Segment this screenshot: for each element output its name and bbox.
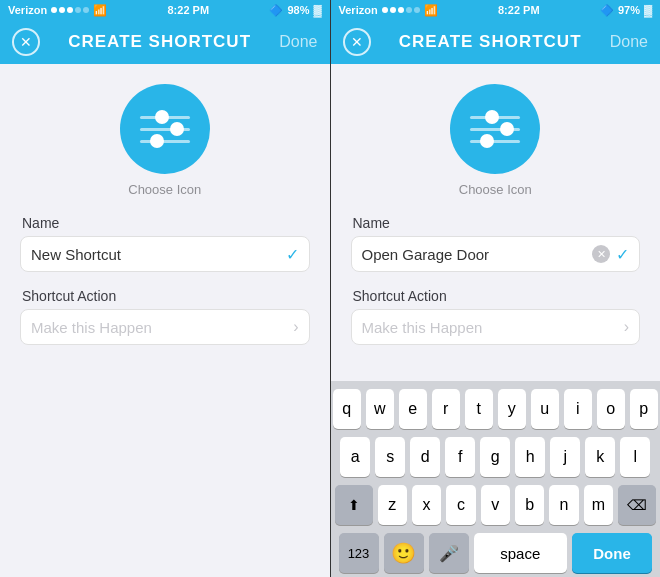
- key-j[interactable]: j: [550, 437, 580, 477]
- mic-key[interactable]: 🎤: [429, 533, 469, 573]
- kb-row-3: ⬆ z x c v b n m ⌫: [335, 485, 657, 525]
- numbers-key[interactable]: 123: [339, 533, 379, 573]
- slider-track: [470, 140, 520, 143]
- key-r[interactable]: r: [432, 389, 460, 429]
- battery-icon-2: ▓: [644, 4, 652, 16]
- wifi-icon-1: 📶: [93, 4, 107, 17]
- name-input-2[interactable]: [362, 246, 589, 263]
- name-input-row-1[interactable]: ✓: [20, 236, 310, 272]
- kb-row-2: a s d f g h j k l: [335, 437, 657, 477]
- keyboard-2: q w e r t y u i o p a s d f g h j k l ⬆ …: [331, 381, 661, 577]
- emoji-key[interactable]: 🙂: [384, 533, 424, 573]
- nav-title-1: CREATE SHORTCUT: [68, 32, 251, 52]
- action-row-1[interactable]: Make this Happen ›: [20, 309, 310, 345]
- action-label-1: Shortcut Action: [20, 288, 310, 304]
- slider-thumb: [485, 110, 499, 124]
- key-e[interactable]: e: [399, 389, 427, 429]
- close-button-1[interactable]: ✕: [12, 28, 40, 56]
- key-d[interactable]: d: [410, 437, 440, 477]
- key-l[interactable]: l: [620, 437, 650, 477]
- key-y[interactable]: y: [498, 389, 526, 429]
- key-f[interactable]: f: [445, 437, 475, 477]
- key-n[interactable]: n: [549, 485, 578, 525]
- wifi-icon-2: 📶: [424, 4, 438, 17]
- slider-thumb: [170, 122, 184, 136]
- key-t[interactable]: t: [465, 389, 493, 429]
- status-bar-left-2: Verizon 📶: [339, 4, 438, 17]
- key-h[interactable]: h: [515, 437, 545, 477]
- name-input-row-2[interactable]: ✕ ✓: [351, 236, 641, 272]
- slider-row: [140, 139, 190, 143]
- sliders-icon-1: [140, 115, 190, 143]
- nav-title-2: CREATE SHORTCUT: [399, 32, 582, 52]
- done-button-2[interactable]: Done: [610, 33, 648, 51]
- carrier-2: Verizon: [339, 4, 378, 16]
- icon-circle-1[interactable]: [120, 84, 210, 174]
- choose-icon-label-1[interactable]: Choose Icon: [128, 182, 201, 197]
- key-v[interactable]: v: [481, 485, 510, 525]
- backspace-key[interactable]: ⌫: [618, 485, 656, 525]
- chevron-right-icon-2: ›: [624, 318, 629, 336]
- key-g[interactable]: g: [480, 437, 510, 477]
- status-bar-right-2: 🔷 97% ▓: [600, 4, 652, 17]
- key-z[interactable]: z: [378, 485, 407, 525]
- key-o[interactable]: o: [597, 389, 625, 429]
- icon-circle-2[interactable]: [450, 84, 540, 174]
- key-a[interactable]: a: [340, 437, 370, 477]
- signal-dot: [390, 7, 396, 13]
- bluetooth-icon-1: 🔷: [269, 4, 283, 17]
- slider-row: [140, 127, 190, 131]
- close-button-2[interactable]: ✕: [343, 28, 371, 56]
- nav-bar-1: ✕ CREATE SHORTCUT Done: [0, 20, 330, 64]
- key-x[interactable]: x: [412, 485, 441, 525]
- bluetooth-icon-2: 🔷: [600, 4, 614, 17]
- carrier-1: Verizon: [8, 4, 47, 16]
- key-i[interactable]: i: [564, 389, 592, 429]
- signal-dots-2: [382, 7, 420, 13]
- key-w[interactable]: w: [366, 389, 394, 429]
- action-placeholder-1: Make this Happen: [31, 319, 152, 336]
- key-q[interactable]: q: [333, 389, 361, 429]
- key-b[interactable]: b: [515, 485, 544, 525]
- signal-dots-1: [51, 7, 89, 13]
- signal-dot: [406, 7, 412, 13]
- slider-row: [470, 115, 520, 119]
- sliders-icon-2: [470, 115, 520, 143]
- key-s[interactable]: s: [375, 437, 405, 477]
- status-bar-1: Verizon 📶 8:22 PM 🔷 98% ▓: [0, 0, 330, 20]
- done-button-1[interactable]: Done: [279, 33, 317, 51]
- time-1: 8:22 PM: [167, 4, 209, 16]
- status-bar-right-1: 🔷 98% ▓: [269, 4, 321, 17]
- shift-key[interactable]: ⬆: [335, 485, 373, 525]
- choose-icon-label-2[interactable]: Choose Icon: [459, 182, 532, 197]
- name-input-1[interactable]: [31, 246, 280, 263]
- status-bar-2: Verizon 📶 8:22 PM 🔷 97% ▓: [331, 0, 661, 20]
- key-m[interactable]: m: [584, 485, 613, 525]
- slider-row: [470, 127, 520, 131]
- key-c[interactable]: c: [446, 485, 475, 525]
- chevron-right-icon-1: ›: [293, 318, 298, 336]
- clear-icon-2[interactable]: ✕: [592, 245, 610, 263]
- slider-thumb: [480, 134, 494, 148]
- battery-icon-1: ▓: [313, 4, 321, 16]
- key-k[interactable]: k: [585, 437, 615, 477]
- keyboard-done-button[interactable]: Done: [572, 533, 652, 573]
- signal-dot: [67, 7, 73, 13]
- phone-screen-2: Verizon 📶 8:22 PM 🔷 97% ▓ ✕ CREATE SHORT…: [331, 0, 661, 577]
- signal-dot: [59, 7, 65, 13]
- phone-screen-1: Verizon 📶 8:22 PM 🔷 98% ▓ ✕ CREATE SHORT…: [0, 0, 330, 577]
- key-p[interactable]: p: [630, 389, 658, 429]
- action-row-2[interactable]: Make this Happen ›: [351, 309, 641, 345]
- nav-bar-2: ✕ CREATE SHORTCUT Done: [331, 20, 661, 64]
- name-label-1: Name: [20, 215, 310, 231]
- space-key[interactable]: space: [474, 533, 568, 573]
- key-u[interactable]: u: [531, 389, 559, 429]
- status-bar-left-1: Verizon 📶: [8, 4, 107, 17]
- battery-2: 97%: [618, 4, 640, 16]
- kb-row-1: q w e r t y u i o p: [335, 389, 657, 429]
- signal-dot: [83, 7, 89, 13]
- kb-special-row: 123 🙂 🎤 space Done: [335, 533, 657, 573]
- signal-dot: [398, 7, 404, 13]
- action-placeholder-2: Make this Happen: [362, 319, 483, 336]
- slider-row: [470, 139, 520, 143]
